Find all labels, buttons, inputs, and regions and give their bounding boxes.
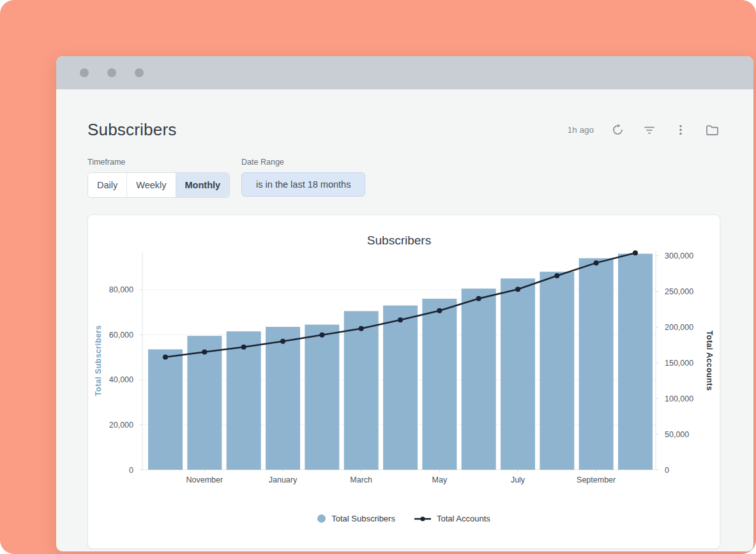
filter-bar: Timeframe Daily Weekly Monthly Date Rang… [87, 158, 720, 198]
segment-daily[interactable]: Daily [88, 173, 126, 197]
page-content: Subscribers 1h ago [56, 120, 753, 549]
last-updated-text: 1h ago [568, 125, 594, 135]
folder-button[interactable] [704, 123, 720, 137]
bar[interactable] [383, 306, 418, 470]
subscribers-chart: Subscribers020,00040,00060,00080,000050,… [88, 215, 720, 497]
right-axis-label: Total Accounts [705, 331, 714, 391]
legend-item-total-subscribers[interactable]: Total Subscribers [317, 514, 395, 523]
svg-text:200,000: 200,000 [665, 323, 693, 332]
refresh-icon [612, 124, 624, 136]
bar[interactable] [579, 258, 614, 470]
svg-text:0: 0 [665, 466, 669, 475]
line-point[interactable] [633, 250, 638, 255]
line-point[interactable] [359, 326, 364, 331]
svg-text:100,000: 100,000 [665, 394, 693, 403]
svg-text:November: November [186, 475, 223, 484]
line-point[interactable] [437, 308, 442, 313]
window-control-dot[interactable] [135, 68, 144, 77]
line-point[interactable] [319, 333, 324, 338]
svg-text:50,000: 50,000 [665, 430, 689, 439]
line-point[interactable] [280, 339, 285, 344]
chart-legend: Total Subscribers Total Accounts [88, 514, 720, 523]
timeframe-label: Timeframe [87, 158, 230, 167]
line-point[interactable] [476, 296, 481, 301]
bar[interactable] [187, 336, 222, 470]
date-range-label: Date Range [241, 158, 365, 167]
bar[interactable] [540, 272, 574, 470]
window-control-dot[interactable] [80, 68, 89, 77]
line-point[interactable] [594, 260, 599, 266]
chart-card: Subscribers020,00040,00060,00080,000050,… [87, 214, 720, 549]
svg-text:September: September [577, 475, 616, 484]
svg-text:March: March [350, 475, 372, 484]
legend-label: Total Accounts [437, 514, 490, 523]
bar[interactable] [462, 288, 496, 470]
bar[interactable] [344, 311, 379, 470]
svg-text:60,000: 60,000 [109, 331, 133, 340]
page-title: Subscribers [87, 120, 176, 140]
segment-monthly[interactable]: Monthly [176, 173, 230, 197]
bar[interactable] [227, 331, 261, 470]
browser-window: Subscribers 1h ago [56, 56, 753, 551]
bar[interactable] [501, 278, 535, 470]
svg-text:January: January [269, 475, 298, 484]
svg-text:300,000: 300,000 [665, 251, 693, 260]
page-header: Subscribers 1h ago [87, 120, 720, 140]
line-point[interactable] [515, 287, 520, 292]
page-background: Subscribers 1h ago [0, 0, 756, 554]
svg-text:20,000: 20,000 [109, 421, 133, 430]
svg-text:80,000: 80,000 [109, 285, 133, 294]
svg-text:May: May [432, 475, 448, 484]
svg-text:0: 0 [129, 466, 133, 475]
bar[interactable] [618, 254, 653, 470]
legend-item-total-accounts[interactable]: Total Accounts [414, 514, 490, 523]
line-series-swatch [414, 515, 431, 523]
timeframe-filter: Timeframe Daily Weekly Monthly [87, 158, 230, 198]
filter-lines-icon [643, 124, 656, 137]
more-options-button[interactable] [674, 123, 688, 137]
filter-button[interactable] [642, 123, 657, 138]
svg-text:150,000: 150,000 [665, 359, 693, 368]
line-point[interactable] [202, 350, 207, 355]
line-point[interactable] [398, 317, 403, 322]
kebab-menu-icon [675, 124, 686, 136]
svg-text:40,000: 40,000 [109, 375, 133, 384]
date-range-filter: Date Range is in the last 18 months [241, 158, 365, 198]
bar[interactable] [266, 327, 300, 470]
line-point[interactable] [163, 354, 168, 359]
header-actions: 1h ago [568, 123, 720, 138]
bar[interactable] [422, 299, 457, 470]
refresh-button[interactable] [610, 123, 625, 137]
legend-label: Total Subscribers [331, 514, 395, 523]
chart-title: Subscribers [367, 234, 431, 247]
timeframe-segmented-control: Daily Weekly Monthly [87, 172, 230, 198]
window-control-dot[interactable] [107, 68, 116, 77]
left-axis-label: Total Subscribers [94, 325, 103, 396]
line-point[interactable] [554, 273, 559, 278]
line-point[interactable] [241, 345, 246, 350]
svg-text:250,000: 250,000 [665, 287, 693, 296]
bar[interactable] [305, 325, 339, 470]
segment-weekly[interactable]: Weekly [126, 173, 175, 197]
folder-icon [706, 124, 719, 136]
date-range-button[interactable]: is in the last 18 months [241, 172, 365, 197]
window-titlebar [56, 56, 753, 89]
bar-series-swatch [317, 514, 326, 523]
bar[interactable] [148, 349, 183, 470]
svg-text:July: July [511, 475, 525, 484]
